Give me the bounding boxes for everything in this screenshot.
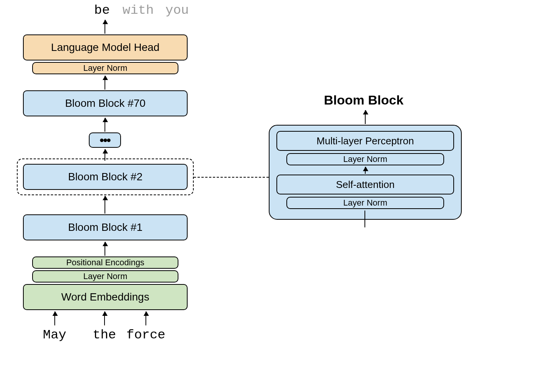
arrow-lmhead-to-output: [105, 20, 105, 34]
detail-ln1-box: Layer Norm: [286, 153, 444, 165]
bloom-block-70-box: Bloom Block #70: [23, 90, 188, 116]
word-embeddings-box: Word Embeddings: [23, 284, 188, 310]
line-detail-in: [364, 211, 365, 227]
bloom-block-1-box: Bloom Block #1: [23, 214, 188, 240]
output-word-2: with: [123, 3, 154, 18]
arrow-detail-out: [365, 110, 366, 124]
arrow-posenc-to-block1: [105, 242, 105, 256]
output-word-3: you: [165, 3, 189, 18]
arrow-block70-to-ln: [105, 76, 105, 90]
input-word-3: force: [126, 328, 165, 342]
positional-encodings-box: Positional Encodings: [32, 256, 178, 269]
arrow-input-3: [145, 312, 146, 325]
arrow-selfattn-to-ln1: [365, 167, 366, 174]
arrow-block1-to-block2: [105, 196, 105, 214]
bloom-block-title: Bloom Block: [324, 93, 404, 108]
bloom-block-70-label: Bloom Block #70: [65, 97, 145, 109]
self-attention-box: Self-attention: [276, 175, 454, 194]
ellipsis-box: •••: [89, 132, 121, 148]
mlp-label: Multi-layer Perceptron: [317, 135, 414, 147]
detail-ln1-label: Layer Norm: [343, 154, 387, 164]
bloom-block-2-label: Bloom Block #2: [68, 171, 143, 183]
layer-norm-top-label: Layer Norm: [83, 63, 127, 73]
mlp-box: Multi-layer Perceptron: [276, 131, 454, 151]
layer-norm-top-box: Layer Norm: [32, 62, 178, 74]
lm-head-box: Language Model Head: [23, 34, 188, 60]
positional-encodings-label: Positional Encodings: [66, 258, 144, 268]
detail-ln2-box: Layer Norm: [286, 197, 444, 209]
bloom-block-1-label: Bloom Block #1: [68, 221, 143, 234]
word-embeddings-label: Word Embeddings: [61, 291, 149, 303]
arrow-input-2: [104, 312, 105, 325]
lm-head-label: Language Model Head: [51, 41, 159, 54]
layer-norm-bottom-label: Layer Norm: [83, 271, 127, 281]
input-word-2: the: [93, 328, 116, 342]
arrow-input-1: [54, 312, 55, 325]
dashed-connector: [194, 177, 269, 178]
self-attention-label: Self-attention: [336, 179, 394, 191]
detail-ln2-label: Layer Norm: [343, 198, 387, 208]
bloom-block-2-box: Bloom Block #2: [23, 164, 188, 190]
input-word-1: May: [43, 328, 66, 342]
layer-norm-bottom-box: Layer Norm: [32, 270, 178, 283]
output-word-1: be: [94, 3, 110, 18]
arrow-dots-to-block70: [105, 118, 105, 132]
ellipsis-dots: •••: [100, 133, 110, 147]
